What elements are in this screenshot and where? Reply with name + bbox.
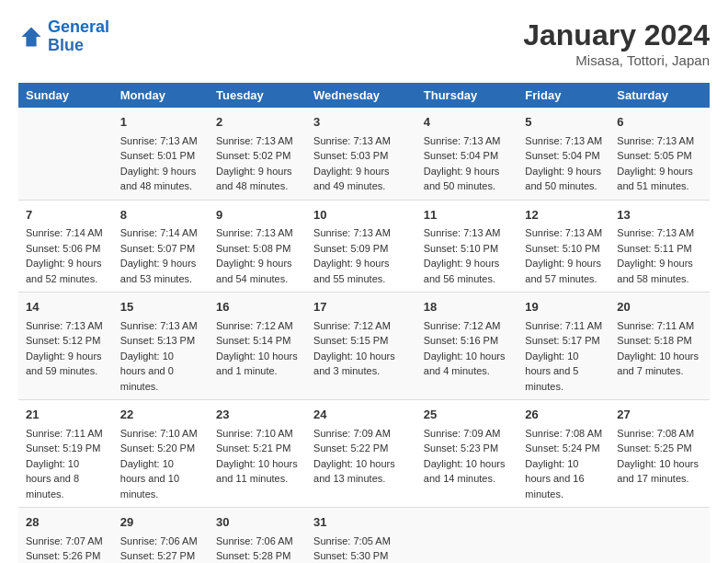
sunrise-text: Sunrise: 7:11 AM [26, 426, 106, 442]
cell-w1-d5: 4Sunrise: 7:13 AMSunset: 5:04 PMDaylight… [416, 108, 518, 200]
day-number: 21 [26, 406, 106, 424]
sunrise-text: Sunrise: 7:13 AM [313, 133, 409, 149]
daylight-text: Daylight: 10 hours and 8 minutes. [26, 456, 106, 502]
day-number: 17 [313, 298, 409, 316]
sunset-text: Sunset: 5:11 PM [617, 241, 702, 257]
daylight-text: Daylight: 10 hours and 10 minutes. [120, 456, 201, 502]
sunset-text: Sunset: 5:23 PM [424, 441, 511, 456]
sunset-text: Sunset: 5:19 PM [26, 441, 106, 456]
sunrise-text: Sunrise: 7:13 AM [120, 318, 201, 334]
sunrise-text: Sunrise: 7:11 AM [525, 318, 602, 334]
days-header-row: Sunday Monday Tuesday Wednesday Thursday… [18, 83, 710, 108]
sunrise-text: Sunrise: 7:13 AM [313, 225, 409, 241]
week-row-3: 14Sunrise: 7:13 AMSunset: 5:12 PMDayligh… [18, 293, 710, 400]
sunrise-text: Sunrise: 7:05 AM [313, 534, 409, 549]
daylight-text: Daylight: 9 hours and 59 minutes. [26, 349, 106, 379]
daylight-text: Daylight: 10 hours and 16 minutes. [525, 456, 602, 502]
daylight-text: Daylight: 10 hours and 17 minutes. [617, 456, 702, 487]
sunrise-text: Sunrise: 7:14 AM [26, 225, 106, 241]
sunset-text: Sunset: 5:10 PM [525, 241, 602, 257]
title-block: January 2024 Misasa, Tottori, Japan [523, 18, 710, 68]
daylight-text: Daylight: 9 hours and 55 minutes. [313, 256, 409, 286]
day-number: 6 [617, 113, 702, 132]
sunrise-text: Sunrise: 7:13 AM [424, 225, 511, 241]
sunrise-text: Sunrise: 7:13 AM [525, 225, 602, 241]
cell-w4-d1: 21Sunrise: 7:11 AMSunset: 5:19 PMDayligh… [18, 400, 113, 508]
sunset-text: Sunset: 5:13 PM [120, 333, 201, 349]
daylight-text: Daylight: 9 hours and 50 minutes. [424, 164, 511, 194]
daylight-text: Daylight: 10 hours and 14 minutes. [424, 456, 511, 487]
cell-w5-d7 [609, 508, 710, 564]
sunset-text: Sunset: 5:10 PM [424, 241, 511, 257]
cell-w4-d2: 22Sunrise: 7:10 AMSunset: 5:20 PMDayligh… [113, 400, 209, 508]
daylight-text: Daylight: 10 hours and 11 minutes. [216, 456, 299, 487]
header-thursday: Thursday [416, 83, 518, 108]
cell-w3-d7: 20Sunrise: 7:11 AMSunset: 5:18 PMDayligh… [609, 293, 710, 400]
daylight-text: Daylight: 10 hours and 3 minutes. [313, 349, 409, 379]
daylight-text: Daylight: 9 hours and 57 minutes. [525, 256, 602, 286]
cell-w1-d3: 2Sunrise: 7:13 AMSunset: 5:02 PMDaylight… [209, 108, 306, 200]
logo: General Blue [18, 18, 109, 55]
calendar-subtitle: Misasa, Tottori, Japan [523, 52, 710, 68]
cell-w2-d3: 9Sunrise: 7:13 AMSunset: 5:08 PMDaylight… [209, 200, 306, 293]
week-row-1: 1Sunrise: 7:13 AMSunset: 5:01 PMDaylight… [18, 108, 710, 200]
day-number: 16 [216, 298, 299, 316]
day-number: 27 [617, 406, 702, 424]
sunrise-text: Sunrise: 7:13 AM [216, 133, 299, 149]
daylight-text: Daylight: 10 hours and 5 minutes. [525, 349, 602, 395]
daylight-text: Daylight: 10 hours and 13 minutes. [313, 456, 409, 487]
logo-text: General Blue [48, 18, 109, 55]
cell-w3-d4: 17Sunrise: 7:12 AMSunset: 5:15 PMDayligh… [306, 293, 416, 400]
sunset-text: Sunset: 5:26 PM [26, 548, 106, 563]
sunset-text: Sunset: 5:08 PM [216, 241, 299, 257]
sunrise-text: Sunrise: 7:11 AM [617, 318, 702, 334]
sunset-text: Sunset: 5:17 PM [525, 333, 602, 349]
daylight-text: Daylight: 9 hours and 56 minutes. [424, 256, 511, 286]
daylight-text: Daylight: 9 hours and 50 minutes. [525, 164, 602, 194]
day-number: 15 [120, 298, 201, 316]
sunrise-text: Sunrise: 7:09 AM [424, 426, 511, 442]
daylight-text: Daylight: 10 hours and 4 minutes. [424, 349, 511, 379]
sunset-text: Sunset: 5:05 PM [617, 148, 702, 164]
daylight-text: Daylight: 9 hours and 54 minutes. [216, 256, 299, 286]
cell-w3-d1: 14Sunrise: 7:13 AMSunset: 5:12 PMDayligh… [18, 293, 113, 400]
cell-w1-d1 [18, 108, 113, 200]
day-number: 28 [26, 513, 106, 532]
daylight-text: Daylight: 10 hours and 1 minute. [216, 349, 299, 379]
sunset-text: Sunset: 5:06 PM [26, 241, 106, 257]
day-number: 18 [424, 298, 511, 316]
svg-marker-0 [22, 27, 41, 46]
calendar-table: Sunday Monday Tuesday Wednesday Thursday… [18, 83, 710, 563]
cell-w4-d4: 24Sunrise: 7:09 AMSunset: 5:22 PMDayligh… [306, 400, 416, 508]
day-number: 29 [120, 513, 201, 532]
day-number: 31 [313, 513, 409, 532]
cell-w3-d5: 18Sunrise: 7:12 AMSunset: 5:16 PMDayligh… [416, 293, 518, 400]
daylight-text: Daylight: 9 hours and 51 minutes. [617, 164, 702, 194]
sunset-text: Sunset: 5:12 PM [26, 333, 106, 349]
sunrise-text: Sunrise: 7:13 AM [525, 133, 602, 149]
cell-w1-d7: 6Sunrise: 7:13 AMSunset: 5:05 PMDaylight… [609, 108, 710, 200]
sunrise-text: Sunrise: 7:07 AM [26, 534, 106, 549]
cell-w4-d3: 23Sunrise: 7:10 AMSunset: 5:21 PMDayligh… [209, 400, 306, 508]
day-number: 14 [26, 298, 106, 316]
cell-w1-d2: 1Sunrise: 7:13 AMSunset: 5:01 PMDaylight… [113, 108, 209, 200]
day-number: 26 [525, 406, 602, 424]
sunset-text: Sunset: 5:07 PM [120, 241, 201, 257]
cell-w1-d4: 3Sunrise: 7:13 AMSunset: 5:03 PMDaylight… [306, 108, 416, 200]
day-number: 10 [313, 206, 409, 224]
logo-line1: General [48, 17, 109, 36]
sunset-text: Sunset: 5:27 PM [120, 548, 201, 563]
day-number: 13 [617, 206, 702, 224]
logo-icon [18, 24, 44, 50]
cell-w5-d3: 30Sunrise: 7:06 AMSunset: 5:28 PMDayligh… [209, 508, 306, 564]
logo-line2: Blue [48, 36, 84, 54]
daylight-text: Daylight: 9 hours and 53 minutes. [120, 256, 201, 286]
sunset-text: Sunset: 5:04 PM [424, 148, 511, 164]
day-number: 5 [525, 113, 602, 132]
cell-w3-d2: 15Sunrise: 7:13 AMSunset: 5:13 PMDayligh… [113, 293, 209, 400]
sunrise-text: Sunrise: 7:13 AM [216, 225, 299, 241]
daylight-text: Daylight: 9 hours and 58 minutes. [617, 256, 702, 286]
day-number: 8 [120, 206, 201, 224]
sunset-text: Sunset: 5:18 PM [617, 333, 702, 349]
day-number: 1 [120, 113, 201, 132]
